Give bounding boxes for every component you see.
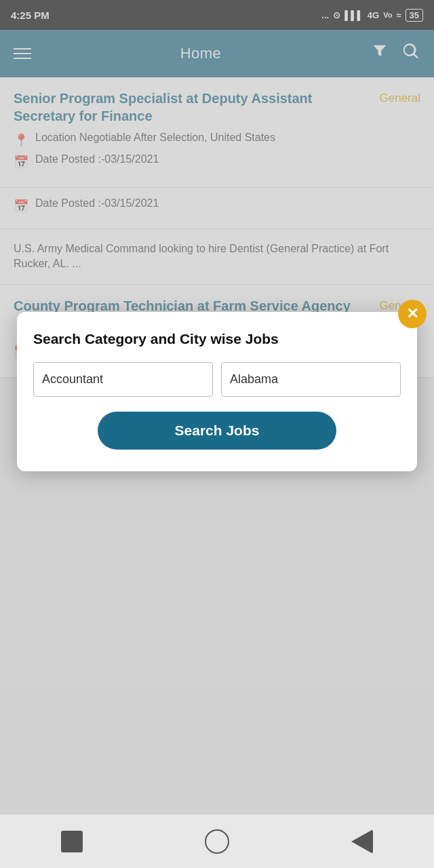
stop-button[interactable] (61, 831, 83, 852)
modal-title: Search Category and City wise Jobs (33, 331, 401, 347)
bottom-nav-bar (0, 814, 434, 868)
search-jobs-button[interactable]: Search Jobs (98, 412, 336, 450)
city-input[interactable] (221, 362, 401, 397)
modal-close-button[interactable]: ✕ (398, 300, 427, 328)
home-button[interactable] (205, 829, 229, 854)
back-button[interactable] (351, 829, 373, 854)
category-input[interactable] (33, 362, 213, 397)
search-modal: ✕ Search Category and City wise Jobs Sea… (17, 312, 417, 471)
modal-inputs-row (33, 362, 401, 397)
